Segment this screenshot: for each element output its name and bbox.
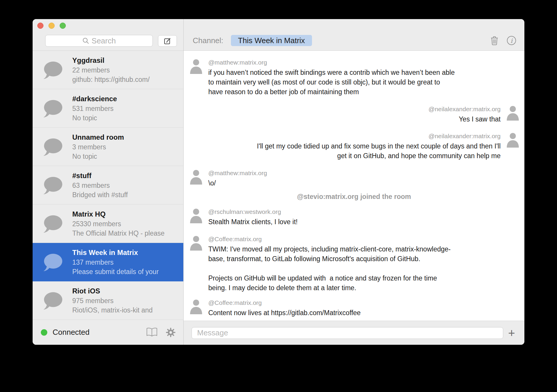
message-sender: @Coffee:matrix.org <box>208 235 519 243</box>
room-member-count: 63 members <box>72 181 181 190</box>
room-topic: No topic <box>72 113 181 123</box>
message-text-line: Yes I saw that <box>189 114 501 124</box>
user-avatar <box>506 105 519 122</box>
room-topic: Riot/iOS, matrix-ios-kit and <box>72 305 181 315</box>
gear-icon <box>165 327 176 338</box>
add-attachment-button[interactable]: + <box>505 327 518 339</box>
room-topic: github: https://github.com/ <box>72 75 181 84</box>
svg-text:i: i <box>511 37 513 44</box>
titlebar: Search <box>33 19 183 51</box>
room-avatar-speech-bubble-icon <box>42 253 63 273</box>
settings-button[interactable] <box>165 327 176 338</box>
room-topic: The Official Matrix HQ - please <box>72 229 181 238</box>
room-avatar-speech-bubble-icon <box>42 138 63 158</box>
sidebar: Search Yggdrasil 22 members g <box>33 19 184 345</box>
chat-pane: Channel: This Week in Matrix <box>184 19 524 345</box>
room-list-item-unnamed-room[interactable]: Unnamed room 3 members No topic <box>33 128 183 166</box>
user-avatar <box>189 169 203 186</box>
message-text-line: Stealth Matrix clients, I love it! <box>208 217 519 227</box>
message-text-line <box>208 264 519 273</box>
message-sender: @matthew:matrix.org <box>208 169 519 177</box>
message-text-line: get it on GitHub, and hope the community… <box>189 151 501 161</box>
room-topic: Bridged with #stuff <box>72 190 181 200</box>
minimize-button[interactable] <box>48 23 55 29</box>
room-list-item-this-week-in-matrix[interactable]: This Week in Matrix 137 members Please s… <box>33 243 183 281</box>
app-window: Search Yggdrasil 22 members g <box>33 19 524 345</box>
message-sender: @neilalexander:matrix.org <box>189 132 501 140</box>
close-button[interactable] <box>37 23 43 29</box>
user-avatar <box>189 208 203 224</box>
message-text-line: to maintain very well (as most of our co… <box>208 77 519 87</box>
message-text-line: Projects on GitHub will be updated with … <box>208 273 519 283</box>
message-list: @matthew:matrix.org if you haven’t notic… <box>184 51 524 321</box>
room-member-count: 25330 members <box>72 219 181 229</box>
room-list: Yggdrasil 22 members github: https://git… <box>33 51 183 320</box>
message-group: @rschulman:westwork.org Stealth Matrix c… <box>184 208 524 227</box>
user-avatar <box>189 58 203 75</box>
message-group: @Coffee:matrix.org TWIM: I've moved all … <box>184 235 524 293</box>
channel-token[interactable]: This Week in Matrix <box>231 35 312 46</box>
message-input[interactable]: Message <box>192 327 503 339</box>
message-text-line: TWIM: I've moved all my projects, includ… <box>208 244 519 254</box>
search-icon <box>82 37 89 44</box>
message-group: @neilalexander:matrix.org I'll get my co… <box>184 132 524 161</box>
room-name: Riot iOS <box>72 286 181 296</box>
message-text-line: if you haven’t noticed the swift binding… <box>208 68 519 77</box>
book-icon <box>146 327 158 337</box>
room-list-item--darkscience[interactable]: #darkscience 531 members No topic <box>33 89 183 128</box>
room-avatar-speech-bubble-icon <box>42 99 63 119</box>
message-sender: @neilalexander:matrix.org <box>189 105 501 113</box>
room-list-item-matrix-hq[interactable]: Matrix HQ 25330 members The Official Mat… <box>33 205 183 243</box>
room-topic: Please submit details of your <box>72 267 181 276</box>
room-list-item-riot-ios[interactable]: Riot iOS 975 members Riot/iOS, matrix-io… <box>33 281 183 320</box>
bookmarks-button[interactable] <box>146 327 158 337</box>
room-avatar-speech-bubble-icon <box>42 291 63 311</box>
user-avatar <box>189 235 203 252</box>
connection-status-icon <box>41 329 47 336</box>
room-member-count: 137 members <box>72 258 181 267</box>
room-name: Matrix HQ <box>72 209 181 219</box>
window-controls <box>37 23 66 29</box>
room-member-count: 975 members <box>72 296 181 305</box>
channel-header: Channel: This Week in Matrix <box>184 19 524 51</box>
message-text-line: have reason to do a better job of mainta… <box>208 87 519 97</box>
compose-button[interactable] <box>158 35 177 47</box>
message-text-line: I'll get my code tidied up and fix some … <box>189 141 501 151</box>
room-name: Yggdrasil <box>72 55 181 65</box>
message-group: @matthew:matrix.org \o/ <box>184 169 524 188</box>
message-sender: @rschulman:westwork.org <box>208 208 519 216</box>
message-text-line: \o/ <box>208 178 519 188</box>
room-name: #stuff <box>72 171 181 181</box>
status-bar: Connected <box>33 320 183 345</box>
delete-room-button[interactable] <box>490 35 499 46</box>
message-text-line: Content now lives at https://gitlab.com/… <box>208 308 519 318</box>
message-group: @neilalexander:matrix.org Yes I saw that <box>184 105 524 124</box>
message-text-line: being. I may decide to delete them at a … <box>208 283 519 293</box>
search-input[interactable]: Search <box>45 35 153 47</box>
search-placeholder: Search <box>92 36 116 45</box>
room-list-item--stuff[interactable]: #stuff 63 members Bridged with #stuff <box>33 166 183 205</box>
room-name: This Week in Matrix <box>72 248 181 258</box>
room-member-count: 531 members <box>72 104 181 113</box>
desktop-background: Search Yggdrasil 22 members g <box>0 0 557 392</box>
channel-label: Channel: <box>193 36 223 45</box>
room-list-item-yggdrasil[interactable]: Yggdrasil 22 members github: https://git… <box>33 51 183 89</box>
user-avatar <box>506 132 519 149</box>
room-avatar-speech-bubble-icon <box>42 61 63 81</box>
system-message: @stevio:matrix.org joined the room <box>184 192 524 202</box>
message-sender: @matthew:matrix.org <box>208 58 519 67</box>
connection-status-label: Connected <box>53 328 90 337</box>
message-group: @Coffee:matrix.org Content now lives at … <box>184 299 524 318</box>
room-avatar-speech-bubble-icon <box>42 214 63 234</box>
room-avatar-speech-bubble-icon <box>42 176 63 196</box>
trash-icon <box>490 35 499 46</box>
message-group: @matthew:matrix.org if you haven’t notic… <box>184 58 524 97</box>
message-text-line: base, transformat, to GitLab following M… <box>208 254 519 264</box>
room-topic: No topic <box>72 152 181 161</box>
room-info-button[interactable]: i <box>506 35 517 46</box>
room-name: Unnamed room <box>72 132 181 142</box>
room-member-count: 3 members <box>72 142 181 152</box>
zoom-button[interactable] <box>60 23 66 29</box>
message-placeholder: Message <box>197 328 228 337</box>
message-sender: @Coffee:matrix.org <box>208 299 519 307</box>
